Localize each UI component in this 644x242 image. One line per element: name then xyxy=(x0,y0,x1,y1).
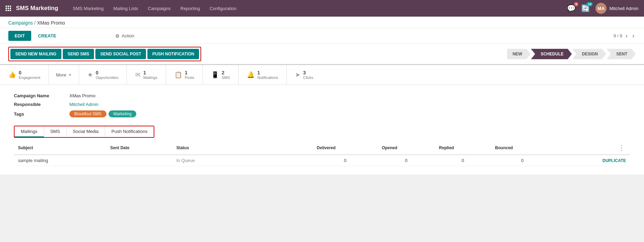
opportunities-icon: ★ xyxy=(87,71,93,79)
cell-duplicate: DUPLICATE xyxy=(554,155,630,166)
stat-engagement-count: 0 xyxy=(19,70,40,75)
data-table: Subject Sent Date Status Delivered Opene… xyxy=(14,141,630,166)
stat-mailings-info: 1 Mailings xyxy=(143,70,157,80)
chat-icon-badge[interactable]: 💬 5 xyxy=(567,4,576,12)
refresh-icon-badge[interactable]: 🔄 18 xyxy=(581,4,590,12)
cell-subject: sample mailing xyxy=(14,155,106,166)
stat-clicks[interactable]: ➤ 3 Clicks xyxy=(287,65,321,84)
chat-badge: 5 xyxy=(574,2,578,6)
stat-sms[interactable]: 📱 2 SMS xyxy=(203,65,239,84)
stat-engagement-info: 0 Engagement xyxy=(19,70,40,80)
stat-posts-label: Posts xyxy=(185,75,195,80)
cell-replied: 0 xyxy=(435,155,491,166)
refresh-badge: 18 xyxy=(586,2,593,6)
engagement-icon: 👍 xyxy=(8,71,16,79)
tab-push-notifications[interactable]: Push Notifications xyxy=(105,126,154,137)
topnav-right: 💬 5 🔄 18 MA Mitchell Admin xyxy=(567,3,638,14)
send-sms-button[interactable]: SEND SMS xyxy=(63,49,94,59)
stat-mailings-count: 1 xyxy=(143,70,157,75)
stat-opportunities[interactable]: ★ 0 Opportunities xyxy=(79,65,127,84)
user-avatar-menu[interactable]: MA Mitchell Admin xyxy=(595,3,638,14)
pipeline-step-design[interactable]: DESIGN xyxy=(572,49,606,59)
stat-clicks-info: 3 Clicks xyxy=(303,70,313,80)
stat-opportunities-label: Opportunities xyxy=(96,75,118,80)
stat-sms-count: 2 xyxy=(222,70,230,75)
stat-mailings-label: Mailings xyxy=(143,75,157,80)
cell-sent-date xyxy=(106,155,172,166)
app-brand: SMS Marketing xyxy=(16,5,58,12)
stat-clicks-count: 3 xyxy=(303,70,313,75)
stat-engagement-label: Engagement xyxy=(19,75,40,80)
form-section: Campaign Name XMas Promo Responsible Mit… xyxy=(14,93,630,117)
campaign-name-value: XMas Promo xyxy=(69,93,95,98)
tags-label: Tags xyxy=(14,111,69,117)
send-social-post-button[interactable]: SEND SOCIAL POST xyxy=(95,49,146,59)
pipeline-step-new[interactable]: NEW xyxy=(507,49,531,59)
action-menu[interactable]: ⚙ Action xyxy=(115,33,134,39)
avatar: MA xyxy=(595,3,607,14)
cell-opened: 0 xyxy=(378,155,435,166)
stat-sms-info: 2 SMS xyxy=(222,70,230,80)
send-new-mailing-button[interactable]: SEND NEW MAILING xyxy=(10,49,61,59)
tabs-container: Mailings SMS Social Media Push Notificat… xyxy=(14,126,154,138)
tab-social-media[interactable]: Social Media xyxy=(67,126,105,137)
stat-notifications-label: Notifications xyxy=(257,75,278,80)
stat-engagement[interactable]: 👍 0 Engagement xyxy=(0,65,49,84)
grid-icon[interactable] xyxy=(6,6,11,11)
table-row: sample mailing In Queue 0 0 0 0 DUPLICAT… xyxy=(14,155,630,166)
responsible-row: Responsible Mitchell Admin xyxy=(14,102,630,107)
nav-reporting[interactable]: Reporting xyxy=(175,0,205,17)
nav-campaigns[interactable]: Campaigns xyxy=(143,0,175,17)
sms-icon: 📱 xyxy=(211,71,219,79)
breadcrumb-separator: / xyxy=(34,20,36,26)
nav-sms-marketing[interactable]: SMS Marketing xyxy=(68,0,109,17)
pager-text: 9 / 9 xyxy=(613,33,622,38)
campaign-name-label: Campaign Name xyxy=(14,93,69,98)
cell-delivered: 0 xyxy=(313,155,378,166)
edit-button[interactable]: EDIT xyxy=(8,31,31,41)
topnav: SMS Marketing SMS Marketing Mailing List… xyxy=(0,0,644,17)
responsible-value[interactable]: Mitchell Admin xyxy=(69,102,98,107)
stat-clicks-label: Clicks xyxy=(303,75,313,80)
responsible-label: Responsible xyxy=(14,102,69,107)
nav-configuration[interactable]: Configuration xyxy=(205,0,241,17)
stats-bar: 👍 0 Engagement More ▼ ★ 0 Opportunities … xyxy=(0,65,644,85)
column-options-button[interactable]: ⋮ xyxy=(617,144,626,152)
stat-opportunities-info: 0 Opportunities xyxy=(96,70,118,80)
pager: 9 / 9 ‹ › xyxy=(613,32,636,40)
cell-bounced: 0 xyxy=(491,155,554,166)
tag-marketing[interactable]: Marketing xyxy=(109,110,137,117)
create-button[interactable]: CREATE xyxy=(35,31,60,41)
next-button[interactable]: › xyxy=(631,32,636,40)
col-delivered: Delivered xyxy=(313,141,378,155)
clicks-icon: ➤ xyxy=(295,71,300,79)
stat-posts-info: 1 Posts xyxy=(185,70,195,80)
duplicate-button[interactable]: DUPLICATE xyxy=(602,158,626,163)
pipeline-step-schedule[interactable]: SCHEDULE xyxy=(531,49,572,59)
prev-button[interactable]: ‹ xyxy=(624,32,629,40)
stat-posts-count: 1 xyxy=(185,70,195,75)
pipeline-steps: NEW SCHEDULE DESIGN SENT xyxy=(507,49,636,59)
stat-more[interactable]: More ▼ xyxy=(49,65,79,84)
campaign-name-row: Campaign Name XMas Promo xyxy=(14,93,630,98)
tag-bioutifoul[interactable]: Bioutifoul SMS xyxy=(69,110,106,117)
pipeline-step-sent[interactable]: SENT xyxy=(607,49,636,59)
col-replied: Replied xyxy=(435,141,491,155)
breadcrumb-parent[interactable]: Campaigns xyxy=(8,20,33,26)
tab-mailings[interactable]: Mailings xyxy=(15,126,44,137)
nav-mailing-lists[interactable]: Mailing Lists xyxy=(109,0,143,17)
push-notification-button[interactable]: PUSH NOTIFICATION xyxy=(147,49,199,59)
username: Mitchell Admin xyxy=(609,6,638,11)
col-status: Status xyxy=(172,141,312,155)
tabs-section: Mailings SMS Social Media Push Notificat… xyxy=(14,126,630,138)
action-buttons-group: SEND NEW MAILING SEND SMS SEND SOCIAL PO… xyxy=(8,47,201,61)
stat-mailings[interactable]: ✉ 1 Mailings xyxy=(127,65,166,84)
tab-sms[interactable]: SMS xyxy=(44,126,67,137)
stat-notifications[interactable]: 🔔 1 Notifications xyxy=(239,65,287,84)
toolbar: EDIT CREATE ⚙ Action 9 / 9 ‹ › xyxy=(0,28,644,44)
stat-posts[interactable]: 📋 1 Posts xyxy=(166,65,203,84)
tags-row: Tags Bioutifoul SMS Marketing xyxy=(14,110,630,117)
col-sent-date: Sent Date xyxy=(106,141,172,155)
gear-icon: ⚙ xyxy=(115,33,120,39)
col-actions: ⋮ xyxy=(554,141,630,155)
